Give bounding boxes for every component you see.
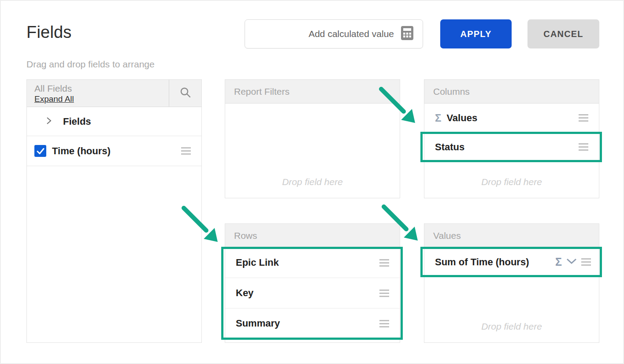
field-item-time-hours[interactable]: Time (hours) bbox=[27, 136, 201, 166]
drag-handle-icon[interactable] bbox=[379, 320, 389, 327]
row-item-label: Summary bbox=[236, 318, 280, 329]
drag-handle-icon[interactable] bbox=[379, 259, 389, 267]
add-calculated-value-button[interactable]: Add calculated value bbox=[245, 19, 423, 48]
drag-handle-icon[interactable] bbox=[379, 290, 389, 297]
drop-placeholder: Drop field here bbox=[424, 321, 599, 332]
chevron-right-icon bbox=[46, 116, 52, 127]
field-item-label: Time (hours) bbox=[52, 145, 111, 157]
columns-header: Columns bbox=[424, 80, 599, 104]
rows-header: Rows bbox=[225, 224, 400, 248]
rows-panel: Rows Epic Link Key Summary bbox=[225, 223, 400, 343]
values-header: Values bbox=[424, 224, 599, 248]
drag-handle-icon[interactable] bbox=[579, 114, 588, 122]
drop-placeholder: Drop field here bbox=[225, 177, 400, 187]
tree-item-label: Fields bbox=[63, 116, 91, 127]
value-item-sum-of-time-hours[interactable]: Sum of Time (hours) Σ bbox=[424, 248, 599, 277]
row-item-label: Key bbox=[236, 287, 253, 299]
values-panel: Values Sum of Time (hours) Σ Drop field … bbox=[424, 223, 599, 343]
row-item-key[interactable]: Key bbox=[225, 278, 400, 308]
drag-handle-icon[interactable] bbox=[581, 258, 591, 266]
all-fields-title: All Fields bbox=[34, 83, 169, 94]
calculator-icon bbox=[401, 26, 414, 43]
row-item-label: Epic Link bbox=[236, 257, 279, 268]
drop-placeholder: Drop field here bbox=[424, 177, 599, 187]
report-filters-header: Report Filters bbox=[225, 80, 400, 104]
column-item-label: Status bbox=[435, 141, 464, 153]
column-item-values[interactable]: Σ Values bbox=[424, 104, 599, 133]
value-item-label: Sum of Time (hours) bbox=[435, 256, 529, 268]
columns-panel: Columns Σ Values Status Drop field here bbox=[424, 79, 599, 198]
row-item-epic-link[interactable]: Epic Link bbox=[225, 248, 400, 278]
expand-all-link[interactable]: Expand All bbox=[34, 94, 74, 104]
all-fields-panel: All Fields Expand All Fields bbox=[26, 79, 202, 343]
rows-group: Epic Link Key Summary bbox=[225, 248, 400, 339]
checkbox-checked[interactable] bbox=[34, 145, 46, 157]
column-item-label: Values bbox=[446, 112, 477, 124]
cancel-button[interactable]: CANCEL bbox=[527, 19, 599, 48]
fields-dialog: Fields Drag and drop fields to arrange A… bbox=[0, 0, 624, 364]
search-button[interactable] bbox=[169, 80, 201, 107]
add-calculated-value-label: Add calculated value bbox=[308, 29, 394, 39]
tree-item-fields[interactable]: Fields bbox=[27, 107, 201, 136]
column-item-status[interactable]: Status bbox=[424, 133, 599, 162]
page-title: Fields bbox=[26, 23, 72, 42]
sigma-icon: Σ bbox=[435, 112, 441, 124]
sigma-icon[interactable]: Σ bbox=[555, 256, 562, 268]
apply-button[interactable]: APPLY bbox=[440, 19, 512, 48]
drag-handle-icon[interactable] bbox=[181, 147, 191, 155]
drag-handle-icon[interactable] bbox=[579, 143, 588, 151]
search-icon bbox=[179, 86, 192, 100]
row-item-summary[interactable]: Summary bbox=[225, 308, 400, 339]
chevron-down-icon[interactable] bbox=[566, 258, 577, 266]
report-filters-panel: Report Filters Drop field here bbox=[225, 79, 400, 198]
page-subtitle: Drag and drop fields to arrange bbox=[26, 59, 155, 70]
all-fields-header: All Fields Expand All bbox=[27, 80, 201, 107]
